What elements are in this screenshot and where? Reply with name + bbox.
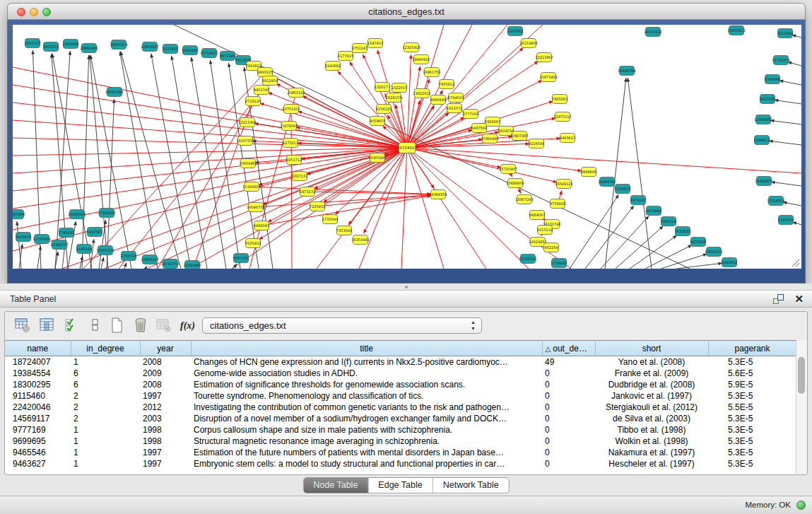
table-cell[interactable]: 1: [71, 356, 140, 368]
table-cell[interactable]: 9465546: [5, 447, 71, 458]
table-cell[interactable]: Franke et al. (2009): [595, 368, 708, 379]
table-cell[interactable]: Tourette syndrome. Phenomenology and cla…: [191, 390, 542, 402]
table-scrollbar[interactable]: [796, 340, 807, 474]
table-cell[interactable]: 1998: [140, 436, 191, 447]
tab-edge-table[interactable]: Edge Table: [368, 478, 433, 493]
column-select-icon[interactable]: [64, 317, 83, 334]
table-cell[interactable]: 49: [542, 356, 595, 368]
function-builder-icon[interactable]: f(x): [180, 317, 199, 334]
column-header-title[interactable]: title: [191, 341, 542, 356]
column-header-out_de[interactable]: △out_de…: [542, 341, 595, 356]
column-header-in_degree[interactable]: in_degree: [71, 341, 140, 356]
table-cell[interactable]: 0: [542, 436, 595, 447]
table-cell[interactable]: 1: [71, 447, 140, 458]
table-cell[interactable]: 5.5E-5: [708, 402, 796, 413]
table-cell[interactable]: Embryonic stem cells: a model to study s…: [191, 458, 542, 469]
node-table-grid[interactable]: namein_degreeyeartitle△out_de…shortpager…: [5, 340, 797, 469]
table-cell[interactable]: 1: [71, 424, 140, 436]
table-row[interactable]: 969969511998Structural magnetic resonanc…: [5, 436, 796, 447]
table-cell[interactable]: 5.3E-5: [708, 424, 796, 436]
table-cell[interactable]: 5.3E-5: [708, 390, 796, 402]
table-cell[interactable]: Wolkin et al. (1998): [595, 436, 708, 447]
table-cell[interactable]: 9699695: [5, 436, 71, 447]
table-row[interactable]: 946362711997Embryonic stem cells: a mode…: [5, 458, 796, 469]
table-row[interactable]: 977716911998Corpus callosum shape and si…: [5, 424, 796, 436]
table-cell[interactable]: 2012: [140, 402, 191, 413]
table-cell[interactable]: Estimation of significance thresholds fo…: [191, 379, 542, 390]
table-cell[interactable]: Estimation of the future numbers of pati…: [191, 447, 542, 458]
table-cell[interactable]: 9115460: [5, 390, 71, 402]
scrollbar-thumb[interactable]: [798, 357, 805, 394]
table-cell[interactable]: Hescheler et al. (1997): [595, 458, 708, 469]
table-cell[interactable]: 18300295: [5, 379, 71, 390]
table-cell[interactable]: 5.3E-5: [708, 436, 796, 447]
table-cell[interactable]: Tibbo et al. (1998): [595, 424, 708, 436]
table-row[interactable]: 1830029562008Estimation of significance …: [5, 379, 796, 390]
table-cell[interactable]: Structural magnetic resonance image aver…: [191, 436, 542, 447]
row-height-icon[interactable]: [88, 317, 106, 334]
close-icon[interactable]: ✕: [794, 293, 804, 305]
citation-network-graph[interactable]: 2055717940557212634462069140616055319106…: [13, 25, 801, 269]
table-cell[interactable]: 0: [542, 424, 595, 436]
tab-network-table[interactable]: Network Table: [433, 478, 509, 493]
table-row[interactable]: 1938455462009Genome-wide association stu…: [5, 368, 796, 379]
table-cell[interactable]: Changes of HCN gene expression and I(f) …: [191, 356, 542, 368]
table-cell[interactable]: 2: [71, 402, 140, 413]
table-cell[interactable]: 1: [71, 436, 140, 447]
table-cell[interactable]: Disruption of a novel member of a sodium…: [191, 413, 542, 424]
table-cell[interactable]: 5.3E-5: [708, 413, 796, 424]
table-cell[interactable]: 6: [71, 379, 140, 390]
table-cell[interactable]: 9777169: [5, 424, 71, 436]
table-cell[interactable]: 2: [71, 413, 140, 424]
table-cell[interactable]: 2: [71, 390, 140, 402]
table-row[interactable]: 1456911722003Disruption of a novel membe…: [5, 413, 796, 424]
table-cell[interactable]: 1997: [140, 458, 191, 469]
column-visibility-icon[interactable]: [40, 317, 58, 334]
close-window-button[interactable]: [17, 8, 25, 16]
float-window-icon[interactable]: [773, 294, 784, 304]
table-cell[interactable]: Genome-wide association studies in ADHD.: [191, 368, 542, 379]
table-mode-icon[interactable]: [15, 317, 33, 334]
table-cell[interactable]: Investigating the contribution of common…: [191, 402, 542, 413]
table-cell[interactable]: de Silva et al. (2003): [595, 413, 708, 424]
table-cell[interactable]: 19384554: [5, 368, 71, 379]
table-cell[interactable]: 1998: [140, 424, 191, 436]
table-cell[interactable]: 2009: [140, 368, 191, 379]
table-cell[interactable]: 0: [542, 379, 595, 390]
tab-node-table[interactable]: Node Table: [303, 478, 368, 493]
table-cell[interactable]: Nakamura et al. (1997): [595, 447, 708, 458]
table-cell[interactable]: 0: [542, 390, 595, 402]
table-cell[interactable]: Stergiakouli et al. (2012): [595, 402, 708, 413]
table-cell[interactable]: 2008: [140, 356, 191, 368]
table-row[interactable]: 946554611997Estimation of the future num…: [5, 447, 796, 458]
table-cell[interactable]: 5.9E-5: [708, 379, 796, 390]
table-cell[interactable]: 1: [71, 458, 140, 469]
table-source-dropdown[interactable]: citations_edges.txt ▲▼: [202, 317, 482, 334]
table-cell[interactable]: 5.6E-5: [708, 368, 796, 379]
table-cell[interactable]: 1997: [140, 447, 191, 458]
minimize-window-button[interactable]: [30, 8, 38, 16]
new-column-icon[interactable]: [110, 317, 128, 334]
column-header-pagerank[interactable]: pagerank: [708, 341, 796, 356]
table-cell[interactable]: 2008: [140, 379, 191, 390]
table-cell[interactable]: 2003: [140, 413, 191, 424]
delete-table-icon[interactable]: [156, 317, 175, 334]
window-titlebar[interactable]: citations_edges.txt: [7, 3, 806, 20]
table-cell[interactable]: 18724007: [5, 356, 71, 368]
table-cell[interactable]: 0: [542, 447, 595, 458]
table-cell[interactable]: 0: [542, 458, 595, 469]
table-cell[interactable]: 5.3E-5: [708, 356, 796, 368]
table-row[interactable]: 2242004622012Investigating the contribut…: [5, 402, 796, 413]
table-cell[interactable]: 14569117: [5, 413, 71, 424]
table-cell[interactable]: 22420046: [5, 402, 71, 413]
table-cell[interactable]: Jankovic et al. (1997): [595, 390, 708, 402]
table-cell[interactable]: 5.3E-5: [708, 458, 796, 469]
delete-column-icon[interactable]: [133, 317, 151, 334]
table-cell[interactable]: 1997: [140, 390, 191, 402]
table-cell[interactable]: 6: [71, 368, 140, 379]
table-cell[interactable]: Yano et al. (2008): [595, 356, 708, 368]
zoom-window-button[interactable]: [42, 8, 51, 16]
table-cell[interactable]: 0: [542, 368, 595, 379]
table-cell[interactable]: 9463627: [5, 458, 71, 469]
table-cell[interactable]: Corpus callosum shape and size in male p…: [191, 424, 542, 436]
